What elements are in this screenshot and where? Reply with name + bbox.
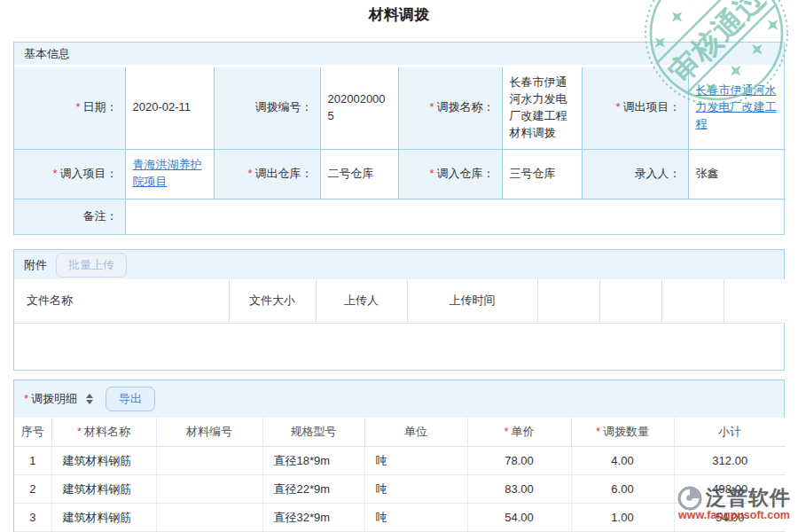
entered-by-value: 张鑫 (688, 149, 786, 199)
cell-unit: 吨 (364, 447, 467, 475)
required-marker: * (24, 392, 28, 405)
basic-info-section-title: 基本信息 (24, 46, 70, 62)
cell-seq: 1 (14, 447, 51, 475)
required-marker: * (429, 100, 434, 113)
transfer-no-value: 2020020005 (320, 67, 398, 149)
cell-subtotal: 498.00 (674, 475, 786, 504)
required-marker: * (77, 425, 82, 438)
table-row: 1 建筑材料钢筋 直径18*9m 吨 78.00 4.00 312.00 (14, 447, 786, 475)
cell-material-no (156, 504, 262, 532)
batch-upload-button[interactable]: 批量上传 (56, 253, 127, 278)
col-file-size: 文件大小 (229, 279, 316, 323)
transfer-name-value[interactable]: 长春市伊通河水力发电厂改建工程材料调拨 (502, 67, 582, 149)
detail-table-header-row: 序号 *材料名称 材料编号 规格型号 单位 *单价 *调拨数量 小计 (14, 418, 786, 447)
col-subtotal: 小计 (674, 418, 786, 447)
col-material-name: *材料名称 (51, 418, 156, 447)
cell-material-name: 建筑材料钢筋 (51, 447, 156, 475)
transfer-no-label: 调拨编号： (214, 67, 320, 149)
basic-info-section: 基本信息 *日期： 2020-02-11 调拨编号： 2020020005 *调… (13, 42, 785, 235)
attachments-empty-body (14, 324, 784, 370)
out-project-label: *调出项目： (582, 67, 688, 149)
required-marker: * (596, 425, 600, 438)
in-project-value: 青海洪湖养护院项目 (125, 149, 214, 199)
attachments-section-header: 附件 批量上传 (14, 250, 784, 279)
cell-unit-price: 54.00 (467, 504, 571, 532)
required-marker: * (247, 167, 252, 180)
cell-unit-price: 83.00 (467, 475, 571, 504)
required-marker: * (75, 100, 80, 113)
cell-transfer-qty: 6.00 (571, 475, 674, 504)
cell-material-no (156, 447, 262, 475)
col-empty-3 (661, 279, 724, 323)
out-warehouse-value[interactable]: 二号仓库 (320, 149, 398, 199)
cell-spec-model: 直径22*9m (262, 475, 364, 504)
remarks-value[interactable] (125, 199, 786, 234)
required-marker: * (504, 425, 508, 438)
cell-material-name: 建筑材料钢筋 (51, 504, 156, 532)
col-file-name: 文件名称 (14, 279, 229, 323)
required-marker: * (52, 167, 57, 180)
col-transfer-qty: *调拨数量 (571, 418, 674, 447)
out-project-value: 长春市伊通河水力发电厂改建工程 (688, 67, 786, 149)
cell-subtotal: 312.00 (674, 447, 786, 475)
cell-unit: 吨 (364, 475, 467, 504)
cell-transfer-qty: 4.00 (571, 447, 674, 475)
export-button[interactable]: 导出 (106, 387, 155, 411)
cell-spec-model: 直径18*9m (262, 447, 364, 475)
col-uploader: 上传人 (316, 279, 407, 323)
sort-up-icon (86, 394, 93, 398)
detail-section-title: *调拨明细 (24, 391, 77, 407)
in-project-link[interactable]: 青海洪湖养护院项目 (133, 158, 202, 188)
col-material-no: 材料编号 (156, 418, 262, 447)
required-marker: * (615, 100, 620, 113)
cell-spec-model: 直径32*9m (262, 504, 364, 532)
col-seq: 序号 (14, 418, 51, 447)
cell-subtotal: 54.00 (674, 504, 786, 532)
attachments-table-header-row: 文件名称 文件大小 上传人 上传时间 (14, 279, 786, 323)
basic-info-form: *日期： 2020-02-11 调拨编号： 2020020005 *调拨名称： … (14, 67, 786, 234)
out-project-link[interactable]: 长春市伊通河水力发电厂改建工程 (696, 83, 777, 130)
detail-section: *调拨明细 导出 序号 *材料名称 材料编号 规格型号 单位 *单价 (13, 379, 785, 532)
in-project-label: *调入项目： (14, 149, 125, 199)
page-title: 材料调拨 (0, 0, 798, 24)
transfer-name-label: *调拨名称： (398, 67, 502, 149)
col-empty-2 (599, 279, 661, 323)
cell-unit: 吨 (364, 504, 467, 532)
cell-transfer-qty: 1.00 (571, 504, 674, 532)
attachments-section: 附件 批量上传 文件名称 文件大小 上传人 上传时间 (13, 249, 785, 371)
entered-by-label: 录入人： (582, 149, 688, 199)
table-row: 3 建筑材料钢筋 直径32*9m 吨 54.00 1.00 54.00 (14, 504, 786, 532)
col-empty-1 (537, 279, 599, 323)
cell-unit-price: 78.00 (467, 447, 571, 475)
required-marker: * (429, 167, 434, 180)
cell-seq: 2 (14, 475, 51, 504)
date-label: *日期： (14, 67, 125, 149)
detail-table: 序号 *材料名称 材料编号 规格型号 单位 *单价 *调拨数量 小计 1 建筑材… (14, 418, 786, 532)
attachments-table: 文件名称 文件大小 上传人 上传时间 (14, 279, 786, 324)
in-warehouse-value[interactable]: 三号仓库 (502, 149, 582, 199)
col-upload-time: 上传时间 (407, 279, 537, 323)
col-unit-price: *单价 (467, 418, 571, 447)
in-warehouse-label: *调入仓库： (398, 149, 502, 199)
sort-down-icon (86, 400, 93, 404)
table-row: 2 建筑材料钢筋 直径22*9m 吨 83.00 6.00 498.00 (14, 475, 786, 504)
attachments-section-title: 附件 (24, 257, 47, 273)
col-unit: 单位 (364, 418, 467, 447)
out-warehouse-label: *调出仓库： (214, 149, 320, 199)
remarks-label: 备注： (14, 199, 125, 234)
date-value[interactable]: 2020-02-11 (125, 67, 214, 149)
col-spec-model: 规格型号 (262, 418, 364, 447)
sort-toggle[interactable] (86, 394, 93, 404)
col-empty-4 (724, 279, 786, 323)
cell-material-no (156, 475, 262, 504)
basic-info-section-header: 基本信息 (14, 43, 784, 67)
detail-section-header: *调拨明细 导出 (14, 380, 784, 418)
cell-seq: 3 (14, 504, 51, 532)
cell-material-name: 建筑材料钢筋 (51, 475, 156, 504)
detail-table-body: 1 建筑材料钢筋 直径18*9m 吨 78.00 4.00 312.00 2 建… (14, 447, 786, 532)
